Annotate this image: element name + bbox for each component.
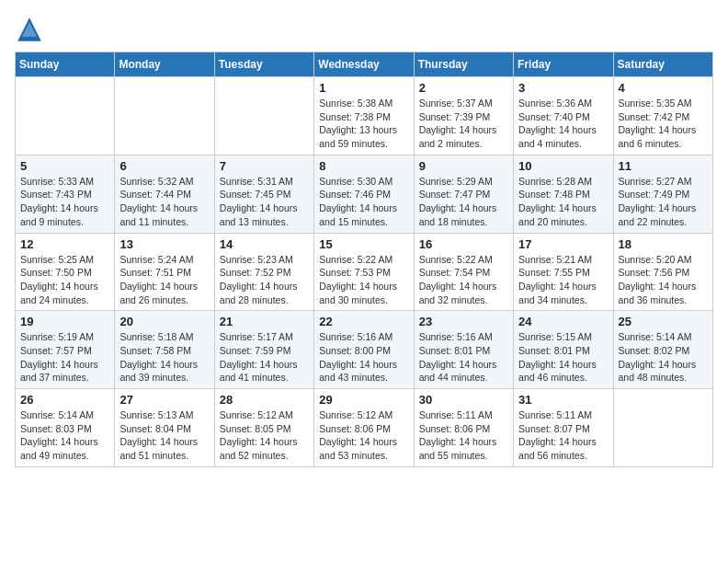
calendar-cell: 25Sunrise: 5:14 AM Sunset: 8:02 PM Dayli…: [613, 311, 712, 389]
calendar-cell: 1Sunrise: 5:38 AM Sunset: 7:38 PM Daylig…: [314, 77, 414, 155]
day-info: Sunrise: 5:38 AM Sunset: 7:38 PM Dayligh…: [319, 97, 408, 151]
day-header: Friday: [514, 52, 613, 77]
calendar-cell: 27Sunrise: 5:13 AM Sunset: 8:04 PM Dayli…: [115, 389, 214, 467]
day-number: 26: [20, 393, 109, 407]
day-info: Sunrise: 5:18 AM Sunset: 7:58 PM Dayligh…: [119, 330, 209, 385]
logo-icon: [15, 15, 44, 44]
calendar-cell: 17Sunrise: 5:21 AM Sunset: 7:55 PM Dayli…: [514, 233, 613, 311]
day-number: 9: [419, 159, 508, 173]
day-header: Thursday: [414, 52, 513, 77]
day-number: 24: [518, 315, 608, 328]
day-info: Sunrise: 5:11 AM Sunset: 8:07 PM Dayligh…: [518, 408, 608, 463]
calendar-cell: [214, 77, 313, 155]
day-number: 22: [319, 315, 408, 328]
day-info: Sunrise: 5:31 AM Sunset: 7:45 PM Dayligh…: [220, 175, 309, 229]
calendar-cell: 12Sunrise: 5:25 AM Sunset: 7:50 PM Dayli…: [16, 233, 115, 311]
day-number: 17: [518, 237, 608, 251]
day-info: Sunrise: 5:11 AM Sunset: 8:06 PM Dayligh…: [419, 408, 508, 463]
calendar-cell: [613, 389, 712, 467]
calendar-cell: 5Sunrise: 5:33 AM Sunset: 7:43 PM Daylig…: [16, 155, 115, 233]
calendar-cell: 19Sunrise: 5:19 AM Sunset: 7:57 PM Dayli…: [16, 311, 115, 389]
calendar-cell: 26Sunrise: 5:14 AM Sunset: 8:03 PM Dayli…: [16, 389, 115, 467]
calendar-cell: [16, 77, 115, 155]
calendar-cell: 20Sunrise: 5:18 AM Sunset: 7:58 PM Dayli…: [115, 311, 214, 389]
day-info: Sunrise: 5:23 AM Sunset: 7:52 PM Dayligh…: [220, 253, 309, 307]
day-number: 2: [419, 81, 508, 95]
calendar-cell: 15Sunrise: 5:22 AM Sunset: 7:53 PM Dayli…: [314, 233, 414, 311]
day-info: Sunrise: 5:20 AM Sunset: 7:56 PM Dayligh…: [619, 253, 708, 307]
day-number: 27: [119, 393, 209, 407]
day-info: Sunrise: 5:36 AM Sunset: 7:40 PM Dayligh…: [518, 97, 608, 151]
calendar-cell: 18Sunrise: 5:20 AM Sunset: 7:56 PM Dayli…: [613, 233, 712, 311]
calendar-cell: 11Sunrise: 5:27 AM Sunset: 7:49 PM Dayli…: [613, 155, 712, 233]
day-info: Sunrise: 5:14 AM Sunset: 8:03 PM Dayligh…: [20, 408, 109, 463]
day-number: 7: [220, 159, 309, 173]
calendar-week-row: 12Sunrise: 5:25 AM Sunset: 7:50 PM Dayli…: [16, 233, 713, 311]
day-number: 25: [619, 315, 708, 328]
day-info: Sunrise: 5:14 AM Sunset: 8:02 PM Dayligh…: [619, 330, 708, 385]
day-info: Sunrise: 5:25 AM Sunset: 7:50 PM Dayligh…: [20, 253, 109, 307]
day-info: Sunrise: 5:17 AM Sunset: 7:59 PM Dayligh…: [220, 330, 309, 385]
day-info: Sunrise: 5:16 AM Sunset: 8:01 PM Dayligh…: [419, 330, 508, 385]
day-info: Sunrise: 5:19 AM Sunset: 7:57 PM Dayligh…: [20, 330, 109, 385]
calendar-cell: 22Sunrise: 5:16 AM Sunset: 8:00 PM Dayli…: [314, 311, 414, 389]
calendar-cell: 31Sunrise: 5:11 AM Sunset: 8:07 PM Dayli…: [514, 389, 613, 467]
day-number: 18: [619, 237, 708, 251]
day-info: Sunrise: 5:12 AM Sunset: 8:05 PM Dayligh…: [220, 408, 309, 463]
day-number: 31: [518, 393, 608, 407]
day-info: Sunrise: 5:15 AM Sunset: 8:01 PM Dayligh…: [518, 330, 608, 385]
day-number: 23: [419, 315, 508, 328]
day-info: Sunrise: 5:33 AM Sunset: 7:43 PM Dayligh…: [20, 175, 109, 229]
day-info: Sunrise: 5:27 AM Sunset: 7:49 PM Dayligh…: [619, 175, 708, 229]
day-header: Saturday: [613, 52, 712, 77]
day-info: Sunrise: 5:35 AM Sunset: 7:42 PM Dayligh…: [619, 97, 708, 151]
calendar-week-row: 5Sunrise: 5:33 AM Sunset: 7:43 PM Daylig…: [16, 155, 713, 233]
day-number: 4: [619, 81, 708, 95]
calendar-cell: 14Sunrise: 5:23 AM Sunset: 7:52 PM Dayli…: [214, 233, 313, 311]
calendar-cell: 13Sunrise: 5:24 AM Sunset: 7:51 PM Dayli…: [115, 233, 214, 311]
page-header: [15, 15, 713, 44]
calendar-cell: 3Sunrise: 5:36 AM Sunset: 7:40 PM Daylig…: [514, 77, 613, 155]
day-info: Sunrise: 5:30 AM Sunset: 7:46 PM Dayligh…: [319, 175, 408, 229]
calendar-cell: 2Sunrise: 5:37 AM Sunset: 7:39 PM Daylig…: [414, 77, 513, 155]
day-info: Sunrise: 5:29 AM Sunset: 7:47 PM Dayligh…: [419, 175, 508, 229]
day-header: Tuesday: [214, 52, 313, 77]
day-header: Monday: [115, 52, 214, 77]
calendar-cell: 4Sunrise: 5:35 AM Sunset: 7:42 PM Daylig…: [613, 77, 712, 155]
day-number: 12: [20, 237, 109, 251]
calendar-week-row: 26Sunrise: 5:14 AM Sunset: 8:03 PM Dayli…: [16, 389, 713, 467]
day-info: Sunrise: 5:32 AM Sunset: 7:44 PM Dayligh…: [119, 175, 209, 229]
calendar-cell: 16Sunrise: 5:22 AM Sunset: 7:54 PM Dayli…: [414, 233, 513, 311]
day-info: Sunrise: 5:13 AM Sunset: 8:04 PM Dayligh…: [119, 408, 209, 463]
calendar-cell: 28Sunrise: 5:12 AM Sunset: 8:05 PM Dayli…: [214, 389, 313, 467]
day-info: Sunrise: 5:22 AM Sunset: 7:53 PM Dayligh…: [319, 253, 408, 307]
day-info: Sunrise: 5:22 AM Sunset: 7:54 PM Dayligh…: [419, 253, 508, 307]
day-header: Sunday: [16, 52, 115, 77]
day-number: 8: [319, 159, 408, 173]
day-number: 29: [319, 393, 408, 407]
day-number: 13: [119, 237, 209, 251]
day-number: 16: [419, 237, 508, 251]
day-info: Sunrise: 5:24 AM Sunset: 7:51 PM Dayligh…: [119, 253, 209, 307]
day-info: Sunrise: 5:21 AM Sunset: 7:55 PM Dayligh…: [518, 253, 608, 307]
calendar-cell: 21Sunrise: 5:17 AM Sunset: 7:59 PM Dayli…: [214, 311, 313, 389]
day-number: 15: [319, 237, 408, 251]
day-number: 30: [419, 393, 508, 407]
calendar-week-row: 19Sunrise: 5:19 AM Sunset: 7:57 PM Dayli…: [16, 311, 713, 389]
calendar-cell: 10Sunrise: 5:28 AM Sunset: 7:48 PM Dayli…: [514, 155, 613, 233]
calendar-cell: 9Sunrise: 5:29 AM Sunset: 7:47 PM Daylig…: [414, 155, 513, 233]
calendar-header-row: SundayMondayTuesdayWednesdayThursdayFrid…: [16, 52, 713, 77]
day-info: Sunrise: 5:37 AM Sunset: 7:39 PM Dayligh…: [419, 97, 508, 151]
day-info: Sunrise: 5:12 AM Sunset: 8:06 PM Dayligh…: [319, 408, 408, 463]
day-number: 1: [319, 81, 408, 95]
day-info: Sunrise: 5:16 AM Sunset: 8:00 PM Dayligh…: [319, 330, 408, 385]
day-header: Wednesday: [314, 52, 414, 77]
calendar-table: SundayMondayTuesdayWednesdayThursdayFrid…: [15, 52, 713, 467]
calendar-week-row: 1Sunrise: 5:38 AM Sunset: 7:38 PM Daylig…: [16, 77, 713, 155]
calendar-cell: 8Sunrise: 5:30 AM Sunset: 7:46 PM Daylig…: [314, 155, 414, 233]
day-number: 14: [220, 237, 309, 251]
calendar-cell: 23Sunrise: 5:16 AM Sunset: 8:01 PM Dayli…: [414, 311, 513, 389]
day-number: 3: [518, 81, 608, 95]
day-number: 6: [119, 159, 209, 173]
day-number: 21: [220, 315, 309, 328]
